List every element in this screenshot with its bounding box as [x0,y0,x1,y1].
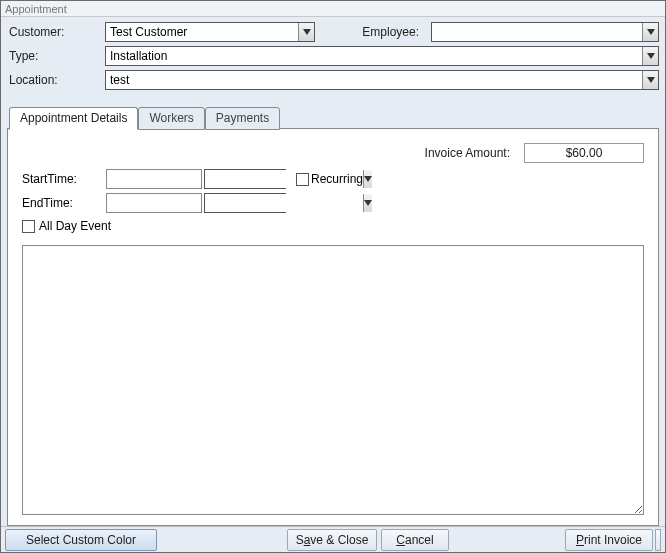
start-date-input[interactable] [106,169,202,189]
type-label: Type: [7,49,105,63]
type-input[interactable] [106,47,642,65]
endtime-label: EndTime: [22,196,106,210]
customer-label: Customer: [7,25,105,39]
starttime-label: StartTime: [22,172,106,186]
window-title: Appointment [1,1,665,17]
employee-dropdown-button[interactable] [642,23,658,41]
location-label: Location: [7,73,105,87]
tab-panel-details: Invoice Amount: $60.00 StartTime: Recurr… [7,128,659,526]
end-time-dropdown-button[interactable] [363,194,372,212]
customer-input[interactable] [106,23,298,41]
recurring-checkbox[interactable] [296,173,309,186]
location-input[interactable] [106,71,642,89]
end-time-combo[interactable] [204,193,286,213]
customer-dropdown-button[interactable] [298,23,314,41]
chevron-down-icon [647,53,655,59]
tabstrip: Appointment Details Workers Payments [7,105,659,129]
chevron-down-icon [303,29,311,35]
cancel-button[interactable]: Cancel [381,529,449,551]
employee-combo[interactable] [431,22,659,42]
type-dropdown-button[interactable] [642,47,658,65]
allday-label: All Day Event [39,219,111,233]
customer-combo[interactable] [105,22,315,42]
end-date-input[interactable] [106,193,202,213]
chevron-down-icon [647,29,655,35]
save-close-button[interactable]: Save & Close [287,529,377,551]
recurring-label: Recurring [311,172,363,186]
header-form: Customer: Employee: Type: [1,17,665,99]
type-combo[interactable] [105,46,659,66]
location-combo[interactable] [105,70,659,90]
appointment-window: Appointment Customer: Employee: Type: [0,0,666,553]
start-time-dropdown-button[interactable] [363,170,372,188]
chevron-down-icon [364,176,372,182]
employee-input[interactable] [432,23,642,41]
invoice-amount-label: Invoice Amount: [425,146,510,160]
end-time-input[interactable] [205,194,363,212]
tab-payments[interactable]: Payments [205,107,280,130]
select-custom-color-button[interactable]: Select Custom Color [5,529,157,551]
tab-workers[interactable]: Workers [138,107,204,130]
chevron-down-icon [647,77,655,83]
employee-label: Employee: [343,25,431,39]
chevron-down-icon [364,200,372,206]
allday-checkbox[interactable] [22,220,35,233]
start-time-combo[interactable] [204,169,286,189]
notes-memo[interactable] [22,245,644,515]
invoice-amount-field[interactable]: $60.00 [524,143,644,163]
print-invoice-split-button[interactable] [655,529,661,551]
location-dropdown-button[interactable] [642,71,658,89]
print-invoice-button[interactable]: Print Invoice [565,529,653,551]
button-bar: Select Custom Color Save & Close Cancel … [1,526,665,552]
tab-appointment-details[interactable]: Appointment Details [9,107,138,130]
